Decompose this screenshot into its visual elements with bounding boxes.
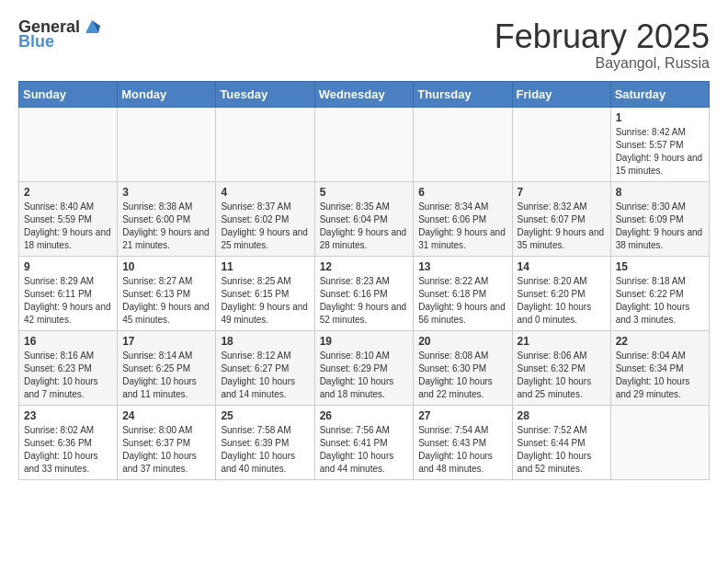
day-header-monday: Monday (118, 81, 216, 107)
day-header-saturday: Saturday (610, 81, 709, 107)
day-number: 22 (616, 335, 704, 348)
calendar-cell: 20Sunrise: 8:08 AM Sunset: 6:30 PM Dayli… (414, 330, 512, 405)
calendar-header-row: SundayMondayTuesdayWednesdayThursdayFrid… (19, 81, 710, 107)
title-block: February 2025 Bayangol, Russia (495, 18, 710, 72)
day-number: 27 (418, 409, 506, 422)
day-info: Sunrise: 8:08 AM Sunset: 6:30 PM Dayligh… (418, 350, 506, 401)
calendar-week-row: 16Sunrise: 8:16 AM Sunset: 6:23 PM Dayli… (19, 330, 710, 405)
day-info: Sunrise: 8:10 AM Sunset: 6:29 PM Dayligh… (320, 350, 409, 401)
calendar-cell: 23Sunrise: 8:02 AM Sunset: 6:36 PM Dayli… (19, 405, 118, 479)
calendar-cell: 15Sunrise: 8:18 AM Sunset: 6:22 PM Dayli… (610, 256, 709, 330)
day-number: 20 (418, 335, 506, 348)
day-header-thursday: Thursday (414, 81, 512, 107)
calendar-cell: 25Sunrise: 7:58 AM Sunset: 6:39 PM Dayli… (216, 405, 314, 479)
day-info: Sunrise: 8:25 AM Sunset: 6:15 PM Dayligh… (221, 275, 309, 327)
calendar-cell: 22Sunrise: 8:04 AM Sunset: 6:34 PM Dayli… (610, 330, 709, 405)
calendar-cell: 14Sunrise: 8:20 AM Sunset: 6:20 PM Dayli… (512, 256, 610, 330)
calendar-week-row: 9Sunrise: 8:29 AM Sunset: 6:11 PM Daylig… (19, 256, 710, 330)
day-info: Sunrise: 8:37 AM Sunset: 6:02 PM Dayligh… (221, 201, 309, 252)
day-number: 10 (122, 260, 210, 273)
calendar-cell: 27Sunrise: 7:54 AM Sunset: 6:43 PM Dayli… (414, 405, 512, 479)
day-number: 23 (24, 409, 112, 422)
page-header: General Blue February 2025 Bayangol, Rus… (18, 18, 710, 72)
day-info: Sunrise: 8:34 AM Sunset: 6:06 PM Dayligh… (418, 201, 506, 252)
day-info: Sunrise: 7:54 AM Sunset: 6:43 PM Dayligh… (418, 424, 506, 476)
day-number: 21 (518, 335, 606, 348)
day-info: Sunrise: 8:32 AM Sunset: 6:07 PM Dayligh… (518, 201, 606, 252)
day-header-sunday: Sunday (19, 81, 118, 107)
day-info: Sunrise: 8:27 AM Sunset: 6:13 PM Dayligh… (122, 275, 210, 327)
calendar-cell: 3Sunrise: 8:38 AM Sunset: 6:00 PM Daylig… (118, 181, 216, 256)
day-info: Sunrise: 8:18 AM Sunset: 6:22 PM Dayligh… (616, 275, 704, 327)
day-number: 12 (320, 260, 409, 273)
day-info: Sunrise: 8:00 AM Sunset: 6:37 PM Dayligh… (122, 424, 210, 476)
day-info: Sunrise: 8:29 AM Sunset: 6:11 PM Dayligh… (24, 275, 112, 327)
logo: General Blue (18, 18, 102, 52)
calendar-table: SundayMondayTuesdayWednesdayThursdayFrid… (18, 81, 710, 480)
day-header-tuesday: Tuesday (216, 81, 314, 107)
day-info: Sunrise: 7:56 AM Sunset: 6:41 PM Dayligh… (320, 424, 409, 476)
calendar-cell: 5Sunrise: 8:35 AM Sunset: 6:04 PM Daylig… (314, 181, 414, 256)
day-info: Sunrise: 8:06 AM Sunset: 6:32 PM Dayligh… (518, 350, 606, 401)
day-info: Sunrise: 8:02 AM Sunset: 6:36 PM Dayligh… (24, 424, 112, 476)
day-number: 26 (320, 409, 409, 422)
calendar-cell: 17Sunrise: 8:14 AM Sunset: 6:25 PM Dayli… (118, 330, 216, 405)
calendar-cell: 1Sunrise: 8:42 AM Sunset: 5:57 PM Daylig… (610, 107, 709, 181)
day-info: Sunrise: 8:16 AM Sunset: 6:23 PM Dayligh… (24, 350, 112, 401)
day-info: Sunrise: 8:40 AM Sunset: 5:59 PM Dayligh… (24, 201, 112, 252)
day-number: 7 (518, 186, 606, 199)
day-number: 4 (221, 186, 309, 199)
calendar-cell: 19Sunrise: 8:10 AM Sunset: 6:29 PM Dayli… (314, 330, 414, 405)
day-number: 8 (616, 186, 704, 199)
calendar-cell (19, 107, 118, 181)
day-info: Sunrise: 8:35 AM Sunset: 6:04 PM Dayligh… (320, 201, 409, 252)
location-subtitle: Bayangol, Russia (495, 55, 710, 72)
day-number: 6 (418, 186, 506, 199)
calendar-cell: 11Sunrise: 8:25 AM Sunset: 6:15 PM Dayli… (216, 256, 314, 330)
day-info: Sunrise: 8:42 AM Sunset: 5:57 PM Dayligh… (616, 126, 704, 178)
calendar-cell: 6Sunrise: 8:34 AM Sunset: 6:06 PM Daylig… (414, 181, 512, 256)
day-number: 13 (418, 260, 506, 273)
day-number: 17 (122, 335, 210, 348)
day-info: Sunrise: 8:22 AM Sunset: 6:18 PM Dayligh… (418, 275, 506, 327)
day-number: 25 (221, 409, 309, 422)
calendar-cell: 21Sunrise: 8:06 AM Sunset: 6:32 PM Dayli… (512, 330, 610, 405)
day-number: 5 (320, 186, 409, 199)
logo-blue: Blue (18, 33, 102, 52)
calendar-cell: 24Sunrise: 8:00 AM Sunset: 6:37 PM Dayli… (118, 405, 216, 479)
day-number: 9 (24, 260, 112, 273)
calendar-cell (314, 107, 414, 181)
day-header-wednesday: Wednesday (314, 81, 414, 107)
day-info: Sunrise: 8:12 AM Sunset: 6:27 PM Dayligh… (221, 350, 309, 401)
calendar-cell: 16Sunrise: 8:16 AM Sunset: 6:23 PM Dayli… (19, 330, 118, 405)
calendar-week-row: 23Sunrise: 8:02 AM Sunset: 6:36 PM Dayli… (19, 405, 710, 479)
calendar-cell: 8Sunrise: 8:30 AM Sunset: 6:09 PM Daylig… (610, 181, 709, 256)
calendar-cell: 18Sunrise: 8:12 AM Sunset: 6:27 PM Dayli… (216, 330, 314, 405)
day-info: Sunrise: 8:14 AM Sunset: 6:25 PM Dayligh… (122, 350, 210, 401)
day-info: Sunrise: 8:20 AM Sunset: 6:20 PM Dayligh… (518, 275, 606, 327)
day-number: 1 (616, 111, 704, 124)
calendar-cell: 26Sunrise: 7:56 AM Sunset: 6:41 PM Dayli… (314, 405, 414, 479)
day-info: Sunrise: 8:04 AM Sunset: 6:34 PM Dayligh… (616, 350, 704, 401)
calendar-cell (118, 107, 216, 181)
calendar-cell: 2Sunrise: 8:40 AM Sunset: 5:59 PM Daylig… (19, 181, 118, 256)
day-number: 28 (518, 409, 606, 422)
calendar-cell (610, 405, 709, 479)
day-info: Sunrise: 7:52 AM Sunset: 6:44 PM Dayligh… (518, 424, 606, 476)
calendar-cell: 13Sunrise: 8:22 AM Sunset: 6:18 PM Dayli… (414, 256, 512, 330)
calendar-cell (216, 107, 314, 181)
calendar-cell (512, 107, 610, 181)
day-number: 15 (616, 260, 704, 273)
calendar-cell: 28Sunrise: 7:52 AM Sunset: 6:44 PM Dayli… (512, 405, 610, 479)
day-info: Sunrise: 8:30 AM Sunset: 6:09 PM Dayligh… (616, 201, 704, 252)
day-info: Sunrise: 8:38 AM Sunset: 6:00 PM Dayligh… (122, 201, 210, 252)
day-number: 3 (122, 186, 210, 199)
day-number: 11 (221, 260, 309, 273)
calendar-week-row: 1Sunrise: 8:42 AM Sunset: 5:57 PM Daylig… (19, 107, 710, 181)
calendar-cell: 9Sunrise: 8:29 AM Sunset: 6:11 PM Daylig… (19, 256, 118, 330)
calendar-week-row: 2Sunrise: 8:40 AM Sunset: 5:59 PM Daylig… (19, 181, 710, 256)
calendar-cell: 4Sunrise: 8:37 AM Sunset: 6:02 PM Daylig… (216, 181, 314, 256)
day-number: 18 (221, 335, 309, 348)
day-number: 16 (24, 335, 112, 348)
calendar-cell (414, 107, 512, 181)
